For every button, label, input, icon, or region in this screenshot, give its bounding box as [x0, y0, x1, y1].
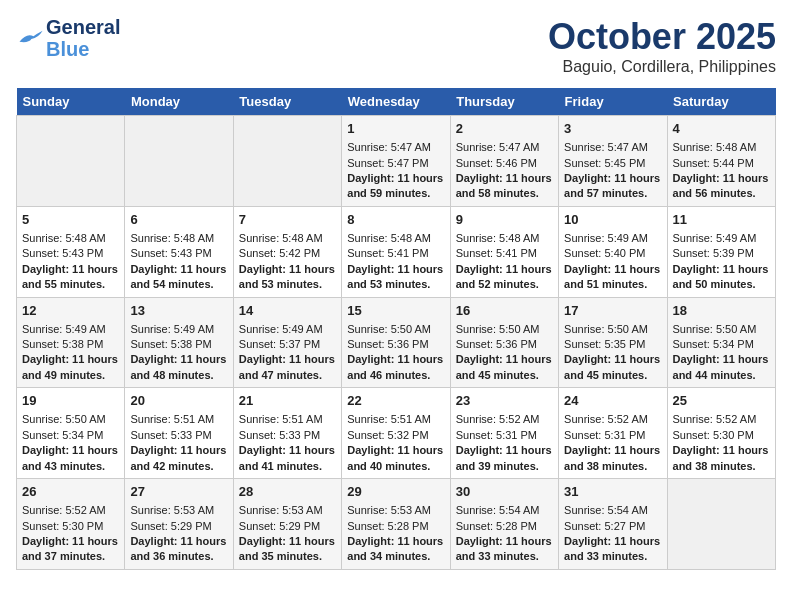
day-info: Sunset: 5:37 PM — [239, 337, 336, 352]
day-info: Sunrise: 5:54 AM — [456, 503, 553, 518]
day-info: Sunrise: 5:51 AM — [347, 412, 444, 427]
day-info: Sunrise: 5:48 AM — [239, 231, 336, 246]
calendar-cell: 9Sunrise: 5:48 AMSunset: 5:41 PMDaylight… — [450, 206, 558, 297]
day-header-friday: Friday — [559, 88, 667, 116]
day-number: 13 — [130, 302, 227, 320]
day-info: Sunset: 5:33 PM — [130, 428, 227, 443]
day-info: Sunset: 5:39 PM — [673, 246, 770, 261]
calendar-cell: 22Sunrise: 5:51 AMSunset: 5:32 PMDayligh… — [342, 388, 450, 479]
day-info: Sunset: 5:46 PM — [456, 156, 553, 171]
day-number: 17 — [564, 302, 661, 320]
day-info: Sunrise: 5:49 AM — [22, 322, 119, 337]
day-info: Sunset: 5:31 PM — [456, 428, 553, 443]
calendar-cell: 27Sunrise: 5:53 AMSunset: 5:29 PMDayligh… — [125, 479, 233, 570]
day-number: 29 — [347, 483, 444, 501]
day-info: Daylight: 11 hours and 39 minutes. — [456, 443, 553, 474]
day-info: Sunrise: 5:50 AM — [22, 412, 119, 427]
calendar-table: SundayMondayTuesdayWednesdayThursdayFrid… — [16, 88, 776, 570]
day-info: Sunrise: 5:53 AM — [239, 503, 336, 518]
day-info: Daylight: 11 hours and 37 minutes. — [22, 534, 119, 565]
day-info: Daylight: 11 hours and 48 minutes. — [130, 352, 227, 383]
day-info: Sunset: 5:41 PM — [347, 246, 444, 261]
day-info: Daylight: 11 hours and 58 minutes. — [456, 171, 553, 202]
day-info: Sunset: 5:43 PM — [130, 246, 227, 261]
day-info: Sunrise: 5:48 AM — [130, 231, 227, 246]
calendar-cell: 26Sunrise: 5:52 AMSunset: 5:30 PMDayligh… — [17, 479, 125, 570]
calendar-cell: 2Sunrise: 5:47 AMSunset: 5:46 PMDaylight… — [450, 116, 558, 207]
day-number: 6 — [130, 211, 227, 229]
day-info: Daylight: 11 hours and 49 minutes. — [22, 352, 119, 383]
calendar-cell: 10Sunrise: 5:49 AMSunset: 5:40 PMDayligh… — [559, 206, 667, 297]
day-info: Sunrise: 5:50 AM — [673, 322, 770, 337]
day-number: 21 — [239, 392, 336, 410]
calendar-cell: 31Sunrise: 5:54 AMSunset: 5:27 PMDayligh… — [559, 479, 667, 570]
day-number: 20 — [130, 392, 227, 410]
day-header-sunday: Sunday — [17, 88, 125, 116]
day-info: Sunrise: 5:54 AM — [564, 503, 661, 518]
page-title: October 2025 — [548, 16, 776, 58]
day-number: 28 — [239, 483, 336, 501]
day-info: Sunrise: 5:52 AM — [673, 412, 770, 427]
calendar-header: SundayMondayTuesdayWednesdayThursdayFrid… — [17, 88, 776, 116]
day-info: Daylight: 11 hours and 43 minutes. — [22, 443, 119, 474]
day-info: Sunrise: 5:48 AM — [673, 140, 770, 155]
day-info: Daylight: 11 hours and 54 minutes. — [130, 262, 227, 293]
calendar-week-2: 5Sunrise: 5:48 AMSunset: 5:43 PMDaylight… — [17, 206, 776, 297]
day-info: Sunrise: 5:53 AM — [347, 503, 444, 518]
day-number: 7 — [239, 211, 336, 229]
day-info: Daylight: 11 hours and 35 minutes. — [239, 534, 336, 565]
day-number: 31 — [564, 483, 661, 501]
logo: General Blue — [16, 16, 120, 60]
day-info: Sunset: 5:29 PM — [239, 519, 336, 534]
day-info: Sunrise: 5:50 AM — [456, 322, 553, 337]
day-info: Daylight: 11 hours and 33 minutes. — [564, 534, 661, 565]
calendar-cell: 20Sunrise: 5:51 AMSunset: 5:33 PMDayligh… — [125, 388, 233, 479]
day-number: 15 — [347, 302, 444, 320]
day-number: 30 — [456, 483, 553, 501]
calendar-cell: 13Sunrise: 5:49 AMSunset: 5:38 PMDayligh… — [125, 297, 233, 388]
calendar-cell: 6Sunrise: 5:48 AMSunset: 5:43 PMDaylight… — [125, 206, 233, 297]
calendar-cell: 11Sunrise: 5:49 AMSunset: 5:39 PMDayligh… — [667, 206, 775, 297]
day-info: Sunset: 5:45 PM — [564, 156, 661, 171]
day-info: Sunset: 5:28 PM — [347, 519, 444, 534]
day-info: Daylight: 11 hours and 41 minutes. — [239, 443, 336, 474]
day-info: Daylight: 11 hours and 42 minutes. — [130, 443, 227, 474]
day-number: 3 — [564, 120, 661, 138]
day-info: Sunrise: 5:50 AM — [564, 322, 661, 337]
day-number: 19 — [22, 392, 119, 410]
day-info: Sunrise: 5:52 AM — [456, 412, 553, 427]
calendar-cell: 7Sunrise: 5:48 AMSunset: 5:42 PMDaylight… — [233, 206, 341, 297]
day-number: 5 — [22, 211, 119, 229]
day-info: Daylight: 11 hours and 46 minutes. — [347, 352, 444, 383]
day-info: Sunset: 5:30 PM — [673, 428, 770, 443]
day-info: Daylight: 11 hours and 38 minutes. — [673, 443, 770, 474]
day-number: 26 — [22, 483, 119, 501]
calendar-cell: 18Sunrise: 5:50 AMSunset: 5:34 PMDayligh… — [667, 297, 775, 388]
calendar-cell — [667, 479, 775, 570]
day-info: Sunset: 5:27 PM — [564, 519, 661, 534]
day-info: Daylight: 11 hours and 36 minutes. — [130, 534, 227, 565]
calendar-cell: 3Sunrise: 5:47 AMSunset: 5:45 PMDaylight… — [559, 116, 667, 207]
day-info: Daylight: 11 hours and 59 minutes. — [347, 171, 444, 202]
day-info: Sunrise: 5:49 AM — [239, 322, 336, 337]
calendar-week-5: 26Sunrise: 5:52 AMSunset: 5:30 PMDayligh… — [17, 479, 776, 570]
calendar-cell: 30Sunrise: 5:54 AMSunset: 5:28 PMDayligh… — [450, 479, 558, 570]
calendar-cell: 29Sunrise: 5:53 AMSunset: 5:28 PMDayligh… — [342, 479, 450, 570]
day-number: 2 — [456, 120, 553, 138]
day-info: Sunset: 5:33 PM — [239, 428, 336, 443]
day-info: Sunrise: 5:48 AM — [22, 231, 119, 246]
day-info: Sunset: 5:42 PM — [239, 246, 336, 261]
day-info: Daylight: 11 hours and 55 minutes. — [22, 262, 119, 293]
day-info: Sunrise: 5:47 AM — [564, 140, 661, 155]
day-info: Daylight: 11 hours and 47 minutes. — [239, 352, 336, 383]
day-info: Daylight: 11 hours and 45 minutes. — [564, 352, 661, 383]
day-number: 27 — [130, 483, 227, 501]
day-info: Sunrise: 5:49 AM — [673, 231, 770, 246]
calendar-cell — [17, 116, 125, 207]
day-info: Sunset: 5:38 PM — [22, 337, 119, 352]
day-info: Sunrise: 5:49 AM — [130, 322, 227, 337]
day-number: 22 — [347, 392, 444, 410]
logo-icon — [16, 29, 44, 47]
day-info: Sunrise: 5:47 AM — [347, 140, 444, 155]
day-info: Sunrise: 5:50 AM — [347, 322, 444, 337]
